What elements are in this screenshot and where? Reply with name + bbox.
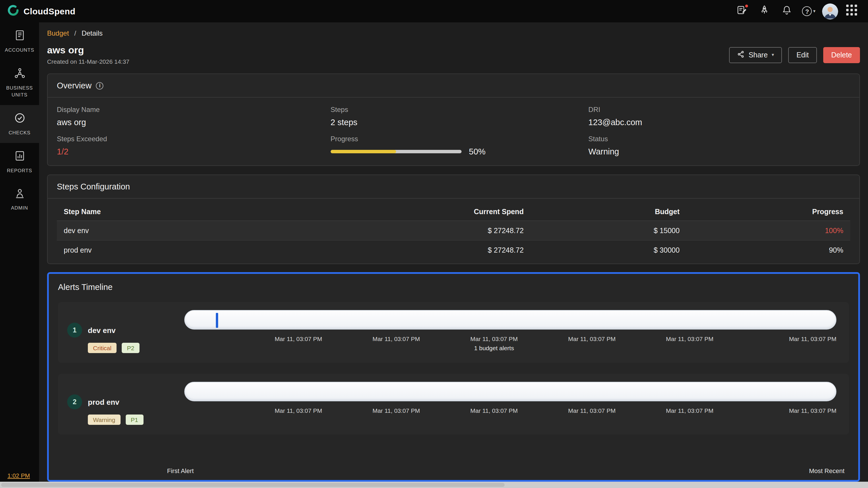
header-actions: Share ▾ Edit Delete (729, 47, 860, 63)
sidebar-item-admin[interactable]: ADMIN (0, 181, 39, 218)
budget-cell: $ 30000 (524, 246, 679, 254)
overview-progress-bar (331, 150, 462, 153)
sidebar-item-checks[interactable]: CHECKS (0, 105, 39, 143)
sidebar-item-label: ADMIN (11, 205, 28, 212)
breadcrumb-budget-link[interactable]: Budget (47, 29, 69, 37)
field-value: aws org (57, 118, 331, 127)
timeline-step-info: 2 prod env Warning P1 (67, 382, 184, 429)
overview-grid: Display Name aws org Steps 2 steps DRI 1… (48, 98, 859, 165)
overview-card-header: Overview i (48, 74, 859, 98)
sidebar-item-label: BUSINESS UNITS (2, 85, 37, 99)
field-label: Display Name (57, 105, 331, 114)
timeline-bar (184, 382, 836, 401)
field-status: Status Warning (588, 135, 850, 156)
most-recent-label: Most Recent (809, 467, 845, 474)
sidebar-item-label: CHECKS (9, 129, 30, 136)
step-index-badge: 1 (67, 323, 82, 338)
progress-cell: 100% (680, 226, 843, 235)
share-icon (737, 50, 745, 59)
info-icon[interactable]: i (96, 82, 104, 89)
topbar: CloudSpend (0, 0, 868, 22)
timeline-dates: Mar 11, 03:07 PM Mar 11, 03:07 PM Mar 11… (249, 407, 836, 414)
overview-card: Overview i Display Name aws org Steps 2 … (47, 73, 860, 166)
breadcrumb-details: Details (82, 29, 102, 37)
timeline-step-info: 1 dev env Critical P2 (67, 310, 184, 357)
cloudspend-logo-icon (7, 4, 19, 18)
field-progress: Progress 50% (331, 135, 588, 156)
share-button[interactable]: Share ▾ (729, 47, 782, 63)
first-alert-label: First Alert (167, 467, 194, 474)
steps-configuration-card: Steps Configuration Step Name Current Sp… (47, 175, 860, 264)
notification-dot (745, 4, 749, 8)
field-value: 2 steps (331, 118, 588, 127)
field-value: 1/2 (57, 147, 331, 156)
current-spend-cell: $ 27248.72 (360, 246, 524, 254)
field-dri: DRI 123@abc.com (588, 105, 850, 127)
sidebar-item-label: ACCOUNTS (5, 47, 34, 54)
timeline-date: Mar 11, 03:07 PM (347, 407, 445, 414)
breadcrumb: Budget / Details (47, 29, 860, 37)
step-name-cell: dev env (64, 226, 360, 235)
horizontal-scrollbar[interactable] (0, 482, 868, 488)
timeline-track-area: Mar 11, 03:07 PM Mar 11, 03:07 PM Mar 11… (184, 382, 836, 429)
severity-badge: Critical (88, 343, 117, 353)
bell-icon (781, 5, 792, 18)
sidebar-item-reports[interactable]: REPORTS (0, 143, 39, 181)
timeline-date: Mar 11, 03:07 PM 1 budget alerts (445, 335, 543, 352)
help-button[interactable]: ? ▾ (800, 2, 818, 20)
alerts-timeline-card: Alerts Timeline 1 dev env Critical P2 (47, 272, 860, 482)
timeline-date: Mar 11, 03:07 PM (641, 407, 739, 414)
timeline-date: Mar 11, 03:07 PM (543, 407, 641, 414)
chevron-down-icon: ▾ (772, 53, 774, 57)
page-header: aws org Created on 11-Mar-2026 14:37 Sha… (47, 45, 860, 65)
timeline-date: Mar 11, 03:07 PM (543, 335, 641, 352)
column-header: Budget (524, 208, 679, 216)
whats-new-button[interactable] (755, 2, 773, 20)
page-title: aws org (47, 45, 129, 56)
timeline-bar (184, 310, 836, 330)
edit-button[interactable]: Edit (788, 47, 817, 63)
field-steps: Steps 2 steps (331, 105, 588, 127)
brand[interactable]: CloudSpend (7, 4, 75, 18)
current-spend-cell: $ 27248.72 (360, 226, 524, 235)
reports-icon (13, 150, 26, 164)
column-header: Progress (680, 208, 843, 216)
delete-button[interactable]: Delete (823, 47, 860, 63)
main-content: Budget / Details aws org Created on 11-M… (39, 22, 868, 488)
timeline-row: 2 prod env Warning P1 Mar 11, 03:07 PM M… (58, 374, 849, 435)
notifications-button[interactable] (777, 2, 796, 20)
alerts-card-header: Alerts Timeline (49, 274, 858, 296)
sidebar-item-accounts[interactable]: ACCOUNTS (0, 22, 39, 60)
step-name-cell: prod env (64, 246, 360, 254)
table-row: dev env $ 27248.72 $ 15000 100% (57, 221, 850, 241)
field-label: Status (588, 135, 850, 143)
field-display-name: Display Name aws org (57, 105, 331, 127)
feedback-button[interactable] (733, 2, 751, 20)
table-row: prod env $ 27248.72 $ 30000 90% (57, 241, 850, 260)
severity-badge: Warning (88, 415, 120, 425)
overview-title: Overview (57, 81, 92, 90)
timeline-step-name: prod env (88, 398, 119, 406)
progress-cell: 90% (680, 246, 843, 254)
timeline-date: Mar 11, 03:07 PM (739, 407, 836, 414)
timeline-row: 1 dev env Critical P2 Mar 11, 03:07 PM M… (58, 302, 849, 363)
alerts-timeline-title: Alerts Timeline (58, 282, 113, 292)
sidebar-item-business-units[interactable]: BUSINESS UNITS (0, 60, 39, 105)
app-window: CloudSpend (0, 0, 868, 488)
apps-button[interactable] (842, 2, 861, 20)
timeline-track-area: Mar 11, 03:07 PM Mar 11, 03:07 PM Mar 11… (184, 310, 836, 357)
overview-progress-fill (331, 150, 396, 153)
apps-grid-icon (846, 5, 857, 18)
time-link[interactable]: 1:02 PM (7, 472, 30, 479)
user-avatar[interactable] (822, 3, 838, 19)
budget-alerts-annotation: 1 budget alerts (445, 344, 543, 352)
brand-name: CloudSpend (24, 6, 75, 16)
timeline-date: Mar 11, 03:07 PM (641, 335, 739, 352)
timeline-date: Mar 11, 03:07 PM (249, 335, 347, 352)
chevron-down-icon: ▾ (813, 9, 815, 13)
field-label: Steps Exceeded (57, 135, 331, 143)
budget-cell: $ 15000 (524, 226, 679, 235)
step-index-badge: 2 (67, 394, 82, 409)
timeline-tick[interactable] (216, 313, 218, 328)
scrollbar-thumb[interactable] (1, 483, 505, 487)
